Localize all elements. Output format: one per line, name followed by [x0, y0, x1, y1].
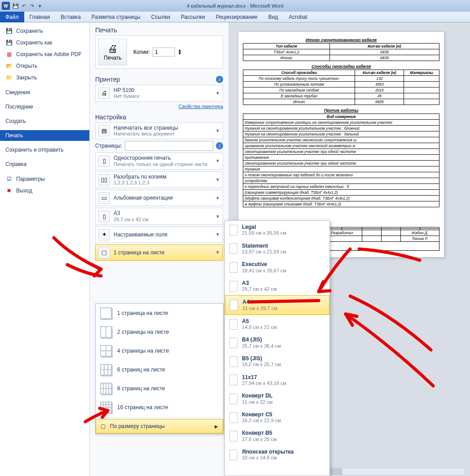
titlebar: W 💾 ↶ ↷ ▾ 4 кабельный журнал.docx - Micr…	[0, 0, 470, 12]
paper-size-dropdown[interactable]: ▯ A329,7 см x 42 см ▼	[95, 208, 223, 225]
chevron-down-icon: ▼	[215, 250, 220, 255]
print-heading: Печать	[95, 26, 223, 34]
printer-props-link[interactable]: Свойства принтера	[95, 104, 223, 109]
nav-close[interactable]: 📁Закрыть	[0, 72, 89, 83]
tab-mailings[interactable]: Рассылки	[176, 12, 211, 22]
nav-exit[interactable]: ✖Выход	[0, 185, 89, 197]
info-icon[interactable]: i	[216, 142, 223, 149]
chevron-down-icon: ▼	[215, 91, 220, 96]
nav-info[interactable]: Сведения	[0, 87, 89, 98]
tab-references[interactable]: Ссылки	[146, 12, 176, 22]
page-icon	[229, 225, 237, 236]
nav-new[interactable]: Создать	[0, 116, 89, 127]
margins-icon: ✦	[98, 229, 110, 240]
orientation-dropdown[interactable]: ▭ Альбомная ориентация ▼	[95, 190, 223, 206]
ribbon-tabs: Файл Главная Вставка Разметка страницы С…	[0, 12, 470, 22]
exit-icon: ✖	[5, 187, 13, 194]
paper-size-Японская-открытка[interactable]: Японская открытка10 см x 14.8 см	[225, 445, 329, 464]
pps-option-2[interactable]: 2 страницы на листе	[96, 323, 223, 341]
nav-options[interactable]: ☑Параметры	[0, 173, 89, 185]
copies-label: Копии:	[133, 49, 150, 55]
paper-size-A3[interactable]: A329,7 см x 42 см	[225, 277, 329, 296]
paper-size-Legal[interactable]: Legal21,59 см x 35,56 см	[225, 221, 329, 240]
pps-option-6[interactable]: 6 страниц на листе	[96, 360, 223, 379]
chevron-down-icon: ▼	[215, 196, 220, 201]
pages-label: Страницы:	[95, 143, 122, 149]
save-icon: 💾	[5, 27, 13, 35]
margins-dropdown[interactable]: ✦ Настраиваемые поля ▼	[95, 227, 223, 243]
tab-review[interactable]: Рецензирование	[211, 12, 263, 22]
pps-option-4[interactable]: 4 страницы на листе	[96, 341, 223, 360]
redo-icon[interactable]: ↷	[29, 3, 35, 9]
page-icon	[229, 431, 237, 441]
submenu-arrow-icon: ▶	[215, 424, 218, 429]
collate-dropdown[interactable]: ▯▯ Разобрать по копиям1,2,3 1,2,3 1,2,3 …	[95, 171, 223, 188]
page-icon	[229, 337, 237, 348]
pdf-icon: ▦	[5, 51, 13, 58]
paper-size-Конверт-B5[interactable]: Конверт B517,6 см x 25 см	[225, 427, 329, 445]
quick-access-toolbar: 💾 ↶ ↷ ▾	[13, 3, 43, 9]
nav-print[interactable]: Печать	[0, 130, 89, 141]
undo-icon[interactable]: ↶	[21, 3, 27, 9]
chevron-down-icon: ▼	[215, 214, 220, 219]
paper-icon: ▯	[98, 210, 110, 222]
paper-size-Конверт-DL[interactable]: Конверт DL11 см x 22 см	[225, 389, 329, 408]
pps-scale-to-page[interactable]: ▢По размеру страницы▶	[96, 419, 223, 433]
printer-icon: 🖨	[98, 87, 110, 99]
paper-size-A5[interactable]: A514,8 см x 21 см	[225, 315, 329, 334]
paper-size-A4[interactable]: A421 см x 29,7 см	[225, 295, 329, 315]
printer-dropdown[interactable]: 🖨 HP 5100Нет бумаги ▼	[95, 85, 223, 102]
settings-section: Настройка	[95, 114, 126, 121]
nav-help[interactable]: Справка	[0, 159, 89, 170]
page-icon	[229, 243, 237, 254]
print-panel: Печать 🖨 Печать Копии: ▲▼ Принтерi 🖨 HP …	[90, 22, 229, 476]
printer-icon: 🖨	[108, 43, 118, 55]
qat-more[interactable]: ▾	[37, 3, 43, 9]
print-range-dropdown[interactable]: ▤ Напечатать все страницыНапечатать весь…	[95, 122, 223, 140]
scale-icon: ▢	[101, 423, 105, 429]
chevron-down-icon: ▼	[215, 158, 220, 163]
nav-recent[interactable]: Последние	[0, 101, 89, 112]
printer-section: Принтер	[95, 76, 120, 83]
page-icon	[229, 412, 237, 423]
pps-option-16[interactable]: 16 страниц на листе	[96, 398, 223, 417]
info-icon[interactable]: i	[216, 76, 223, 83]
nav-send[interactable]: Сохранить и отправить	[0, 144, 89, 155]
copies-input[interactable]	[153, 48, 175, 57]
pages-per-sheet-dropdown[interactable]: ▢ 1 страница на листе ▼	[95, 245, 223, 261]
tab-acrobat[interactable]: Acrobat	[283, 12, 312, 22]
tab-file[interactable]: Файл	[0, 12, 24, 22]
nav-save-as[interactable]: 💾Сохранить как	[0, 37, 89, 48]
tab-view[interactable]: Вид	[263, 12, 283, 22]
collate-icon: ▯▯	[98, 174, 110, 186]
nav-open[interactable]: 📂Открыть	[0, 60, 89, 72]
page-icon	[229, 375, 237, 385]
pages-input[interactable]	[125, 141, 213, 151]
copies-spinner[interactable]: ▲▼	[178, 49, 182, 55]
tab-insert[interactable]: Вставка	[55, 12, 86, 22]
pps-option-8[interactable]: 8 страниц на листе	[96, 379, 223, 398]
pps-option-1[interactable]: 1 страница на листе	[96, 304, 223, 323]
duplex-dropdown[interactable]: ▯ Односторонняя печатьПечатать только на…	[95, 153, 223, 170]
nav-save[interactable]: 💾Сохранить	[0, 25, 89, 37]
print-button[interactable]: 🖨 Печать	[98, 39, 127, 66]
options-icon: ☑	[5, 175, 13, 183]
page-icon	[229, 393, 237, 404]
tab-layout[interactable]: Разметка страницы	[86, 12, 146, 22]
page-icon	[229, 262, 237, 273]
tab-home[interactable]: Главная	[24, 12, 56, 22]
save-as-icon: 💾	[5, 39, 13, 46]
page-icon	[229, 319, 237, 330]
paper-size-Executive[interactable]: Executive18,41 см x 26,67 см	[225, 258, 329, 277]
page-icon	[230, 300, 238, 310]
chevron-down-icon: ▼	[215, 232, 220, 237]
paper-size-Statement[interactable]: Statement13,97 см x 21,59 см	[225, 240, 329, 258]
paper-size-11x17[interactable]: 11x1727,94 см x 43,18 см	[225, 371, 329, 390]
nav-save-pdf[interactable]: ▦Сохранить как Adobe PDF	[0, 48, 89, 60]
paper-size-B4-(JIS)[interactable]: B4 (JIS)25,7 см x 36,4 см	[225, 333, 329, 352]
chevron-down-icon: ▼	[215, 177, 220, 182]
save-icon[interactable]: 💾	[13, 3, 19, 9]
paper-size-Конверт-C5[interactable]: Конверт C516,2 см x 22,9 см	[225, 408, 329, 427]
paper-size-B5-(JIS)[interactable]: B5 (JIS)18,2 см x 25,7 см	[225, 352, 329, 371]
backstage-nav: 💾Сохранить 💾Сохранить как ▦Сохранить как…	[0, 22, 90, 476]
